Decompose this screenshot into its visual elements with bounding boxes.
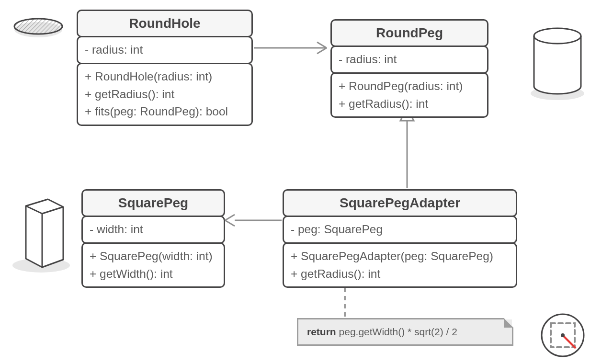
svg-point-5 [12,258,70,273]
operation: + RoundHole(radius: int) [85,68,245,86]
class-attributes: - radius: int [77,36,253,64]
note-keyword: return [307,326,336,337]
svg-point-1 [14,22,62,37]
attribute: - radius: int [85,41,245,59]
svg-point-9 [561,333,565,337]
class-title: RoundPeg [330,19,488,47]
svg-point-6 [542,314,584,356]
code-note: return peg.getWidth() * sqrt(2) / 2 [297,318,513,346]
class-title: SquarePeg [81,189,225,217]
round-hole-icon [14,19,62,37]
svg-point-3 [531,87,584,100]
svg-point-4 [534,28,581,44]
class-roundpeg: RoundPeg - radius: int + RoundPeg(radius… [330,19,488,118]
class-squarepegadapter: SquarePegAdapter - peg: SquarePeg + Squa… [283,189,517,288]
operation: + fits(peg: RoundPeg): bool [85,103,245,121]
arrow-adapter-to-squarepeg [225,215,282,226]
svg-rect-7 [551,323,575,347]
class-operations: + SquarePeg(width: int) + getWidth(): in… [81,242,225,288]
cylinder-icon [531,28,584,100]
class-operations: + RoundPeg(radius: int) + getRadius(): i… [330,72,488,118]
svg-line-8 [563,335,576,348]
attribute: - peg: SquarePeg [291,221,509,239]
operation: + getRadius(): int [291,265,509,283]
operation: + SquarePeg(width: int) [90,248,217,265]
operation: + RoundPeg(radius: int) [339,78,480,95]
attribute: - width: int [90,221,217,239]
cube-icon [12,199,70,273]
attribute: - radius: int [339,51,480,68]
operation: + getWidth(): int [90,265,217,283]
note-fold-icon [504,318,513,328]
operation: + getRadius(): int [339,95,480,113]
note-body: peg.getWidth() * sqrt(2) / 2 [336,326,457,337]
svg-point-2 [14,19,62,34]
class-title: RoundHole [77,10,253,37]
operation: + SquarePegAdapter(peg: SquarePeg) [291,248,509,265]
square-in-circle-icon [542,314,584,356]
class-operations: + SquarePegAdapter(peg: SquarePeg) + get… [283,242,517,288]
class-roundhole: RoundHole - radius: int + RoundHole(radi… [77,10,253,126]
operation: + getRadius(): int [85,86,245,103]
class-operations: + RoundHole(radius: int) + getRadius(): … [77,63,253,126]
arrow-roundhole-to-roundpeg [254,42,327,54]
class-attributes: - width: int [81,216,225,244]
arrow-adapter-inherits-roundpeg [400,108,414,188]
class-squarepeg: SquarePeg - width: int + SquarePeg(width… [81,189,225,288]
class-attributes: - peg: SquarePeg [283,216,517,244]
class-attributes: - radius: int [330,46,488,74]
class-title: SquarePegAdapter [283,189,517,217]
uml-diagram: RoundHole - radius: int + RoundHole(radi… [0,0,613,364]
